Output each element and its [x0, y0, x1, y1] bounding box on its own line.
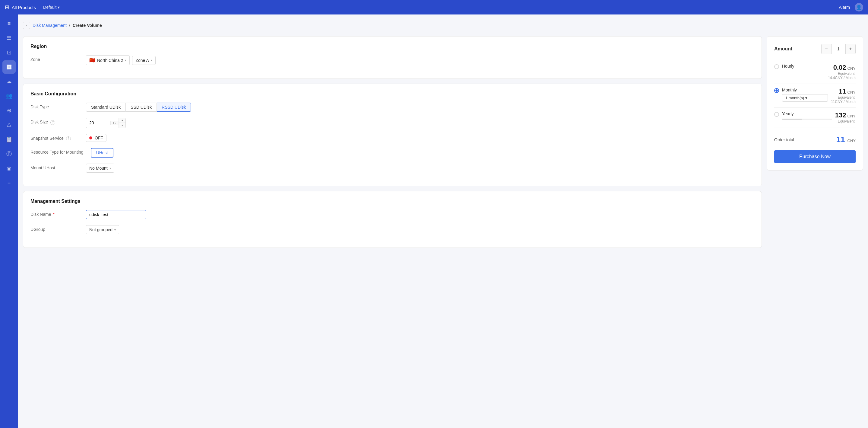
amount-label: Amount [774, 46, 792, 52]
monthly-equivalent-detail: 11CNY / Month [831, 99, 856, 104]
hourly-equivalent: Equivalent: [828, 72, 856, 76]
basic-config-card: Basic Configuration Disk Type Standard U… [23, 84, 762, 186]
ssd-udisk-button[interactable]: SSD UDisk [126, 103, 157, 112]
mount-value: No Mount [89, 166, 108, 171]
management-settings-card: Management Settings Disk Name * UGroup [23, 191, 762, 248]
sidebar-item-menu[interactable]: ≡ [2, 17, 16, 30]
hourly-radio[interactable] [774, 64, 779, 69]
monthly-pricing: 11 CNY Equivalent: 11CNY / Month [831, 88, 856, 104]
mount-selector[interactable]: No Mount ▾ [86, 164, 114, 173]
billing-hourly: Hourly 0.02 CNY Equivalent: 14.4CNY / Mo… [774, 60, 856, 84]
sidebar-item-number[interactable]: ⑪ [2, 147, 16, 161]
snapshot-toggle[interactable]: OFF [86, 134, 106, 142]
snapshot-info-icon[interactable]: ? [66, 137, 71, 141]
chevron-down-icon: ▾ [151, 59, 152, 62]
sidebar-item-users[interactable]: 👥 [2, 89, 16, 103]
disk-size-decrement[interactable]: ▼ [119, 123, 125, 128]
order-total-row: Order total 11 CNY [774, 130, 856, 148]
order-total-unit: CNY [847, 139, 856, 143]
disk-size-increment[interactable]: ▲ [119, 118, 125, 123]
zone-row: Zone 🇨🇳 North China 2 ▾ Zone A ▾ [30, 55, 754, 65]
zone-selector[interactable]: 🇨🇳 North China 2 ▾ [86, 55, 130, 65]
disk-size-field[interactable]: 20 [86, 119, 111, 127]
user-icon: 👤 [856, 4, 862, 10]
hourly-equivalent-detail: 14.4CNY / Month [828, 76, 856, 80]
order-total-label: Order total [774, 137, 794, 142]
disk-name-label: Disk Name * [30, 210, 79, 217]
disk-size-info-icon[interactable]: ? [50, 120, 55, 125]
sidebar-item-storage[interactable] [2, 60, 16, 74]
disk-name-input[interactable] [86, 210, 146, 219]
purchase-now-button[interactable]: Purchase Now [774, 150, 856, 163]
disk-type-group: Standard UDisk SSD UDisk RSSD UDisk [86, 103, 191, 112]
alarm-link[interactable]: Alarm [839, 5, 850, 10]
yearly-unit: CNY [847, 114, 856, 118]
hourly-info: Hourly [782, 64, 825, 68]
yearly-radio[interactable] [774, 112, 779, 117]
amount-row: Amount − 1 + [774, 44, 856, 54]
monthly-radio[interactable] [774, 88, 779, 93]
sidebar-item-alerts[interactable]: ⚠ [2, 118, 16, 132]
mount-label: Mount UHost [30, 164, 79, 170]
sidebar-item-network[interactable]: ⊕ [2, 104, 16, 117]
sidebar-item-list[interactable]: ☰ [2, 31, 16, 45]
snapshot-row: Snapshot Service ? OFF [30, 134, 754, 142]
avatar[interactable]: 👤 [855, 3, 863, 11]
chevron-down-icon: ▾ [805, 96, 807, 100]
ugroup-control: Not grouped ▾ [86, 225, 754, 234]
ugroup-value: Not grouped [89, 227, 113, 232]
resource-type-control: UHost [91, 148, 754, 158]
zone-a-selector[interactable]: Zone A ▾ [132, 56, 155, 65]
back-button[interactable]: ‹ [23, 22, 30, 29]
yearly-price: 132 [835, 111, 846, 119]
svg-rect-2 [7, 67, 9, 69]
billing-monthly: Monthly 1 month(s) ▾ 11 CNY Equivalent: … [774, 84, 856, 108]
zone-value: North China 2 [97, 58, 123, 63]
top-navigation: ⊞ All Products Default ▾ Alarm 👤 [0, 0, 868, 15]
region-title: Region [30, 44, 754, 49]
chevron-down-icon: ▾ [114, 228, 116, 231]
sidebar-item-cloud[interactable]: ☁ [2, 75, 16, 88]
month-value: 1 month(s) [785, 96, 804, 100]
content-layout: Region Zone 🇨🇳 North China 2 ▾ Zone A ▾ [23, 36, 863, 248]
disk-type-label: Disk Type [30, 103, 79, 109]
sidebar-item-dashboard[interactable]: ⊡ [2, 46, 16, 59]
content-main: Region Zone 🇨🇳 North China 2 ▾ Zone A ▾ [23, 36, 762, 248]
standard-udisk-button[interactable]: Standard UDisk [86, 103, 126, 112]
all-products-link[interactable]: All Products [12, 5, 36, 10]
top-nav-right: Alarm 👤 [839, 3, 863, 11]
region-card: Region Zone 🇨🇳 North China 2 ▾ Zone A ▾ [23, 36, 762, 79]
rssd-udisk-button[interactable]: RSSD UDisk [157, 103, 191, 112]
disk-size-input-wrapper: 20 G ▲ ▼ [86, 118, 126, 128]
ugroup-selector[interactable]: Not grouped ▾ [86, 225, 119, 234]
disk-size-row: Disk Size ? 20 G ▲ ▼ [30, 118, 754, 128]
disk-name-row: Disk Name * [30, 210, 754, 219]
page-title: Create Volume [73, 23, 102, 28]
disk-size-control: 20 G ▲ ▼ [86, 118, 754, 128]
yearly-equivalent: Equivalent: [835, 119, 856, 123]
disk-name-control [86, 210, 754, 219]
logo-icon: ⊞ [5, 4, 9, 10]
workspace-selector[interactable]: Default ▾ [43, 5, 60, 10]
sidebar: ≡ ☰ ⊡ ☁ 👥 ⊕ ⚠ 📋 ⑪ ◉ ≡ [0, 15, 18, 428]
uhost-resource-button[interactable]: UHost [91, 148, 114, 158]
yearly-progress [782, 119, 832, 120]
amount-increment-button[interactable]: + [846, 44, 855, 54]
breadcrumb-link[interactable]: Disk Management [33, 23, 67, 28]
amount-decrement-button[interactable]: − [822, 44, 831, 54]
month-selector[interactable]: 1 month(s) ▾ [782, 94, 828, 102]
billing-yearly: Yearly 132 CNY Equivalent: [774, 108, 856, 127]
monthly-info: Monthly 1 month(s) ▾ [782, 88, 828, 102]
sidebar-item-docs[interactable]: 📋 [2, 133, 16, 146]
sidebar-item-stack[interactable]: ≡ [2, 176, 16, 190]
zone-a-value: Zone A [135, 58, 149, 63]
ugroup-label: UGroup [30, 225, 79, 232]
amount-value: 1 [831, 44, 846, 54]
china-flag-icon: 🇨🇳 [89, 57, 95, 63]
svg-rect-0 [7, 65, 9, 67]
sidebar-item-monitor[interactable]: ◉ [2, 162, 16, 175]
order-total-value: 11 [836, 135, 845, 144]
svg-rect-1 [9, 65, 11, 67]
svg-rect-3 [9, 67, 11, 69]
yearly-pricing: 132 CNY Equivalent: [835, 111, 856, 123]
